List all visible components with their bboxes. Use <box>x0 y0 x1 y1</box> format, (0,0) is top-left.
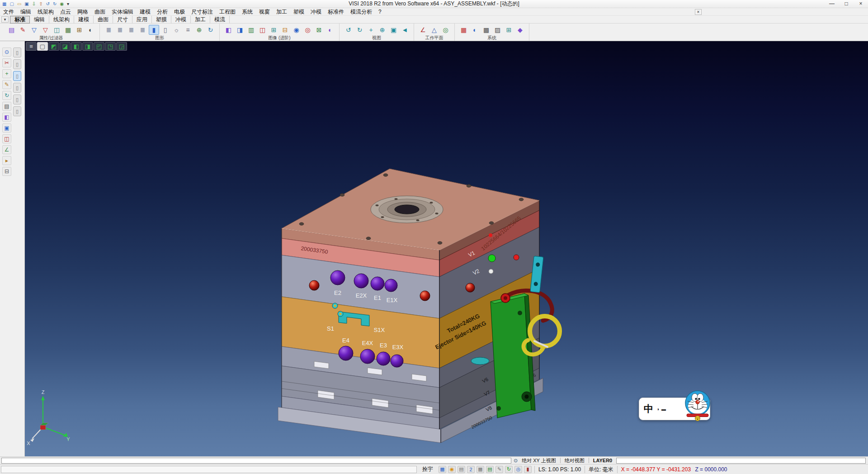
rotate-tool-icon[interactable]: ↻ <box>2 91 11 100</box>
toolbar-tab[interactable]: 线架构 <box>49 16 74 24</box>
menu-item[interactable]: 视窗 <box>256 8 273 16</box>
minimize-button[interactable]: — <box>825 0 839 8</box>
toolbar-tab[interactable]: 标准 <box>10 16 30 24</box>
system-color-table-icon[interactable]: ▦ <box>458 25 469 35</box>
menu-item[interactable]: 网格 <box>74 8 91 16</box>
layers-tool-icon[interactable]: ▤ <box>2 102 11 111</box>
menu-item[interactable]: 标准件 <box>325 8 347 16</box>
clipboard-slot-1-icon[interactable]: ▯ <box>13 47 21 57</box>
menu-item[interactable]: 实体编辑 <box>108 8 137 16</box>
menu-item[interactable]: 模流分析 <box>347 8 375 16</box>
attributes-icon[interactable]: ▤ <box>6 25 17 35</box>
import-icon[interactable]: ⇩ <box>31 1 37 7</box>
snap-mode-button[interactable]: 拴宇 <box>420 465 436 473</box>
filter-blue-icon[interactable]: ▽ <box>29 25 39 35</box>
viewport-plane-icon[interactable]: ▢ <box>37 42 48 51</box>
graphics-cylinder-2-icon[interactable]: ≣ <box>126 25 137 35</box>
redo-icon[interactable]: ↻ <box>52 1 57 7</box>
new-file-icon[interactable]: ▢ <box>9 1 14 7</box>
menu-item[interactable]: 塑模 <box>290 8 307 16</box>
workplane-origin-icon[interactable]: ◎ <box>440 25 451 35</box>
graphics-db-icon[interactable]: ≡ <box>183 25 193 35</box>
close-button[interactable]: × <box>854 0 868 8</box>
mirror-tool-icon[interactable]: ◫ <box>2 134 11 143</box>
toolbar-tab[interactable]: 应用 <box>132 16 152 24</box>
sketch-tool-icon[interactable]: ✎ <box>2 80 11 89</box>
clipboard-slot-6-icon[interactable]: ▯ <box>13 106 21 116</box>
view-cube-iso-icon[interactable]: ◰ <box>94 42 104 51</box>
viewport-3d[interactable]: ≡▢◩◪◧◨◰◳◲ <box>25 41 868 456</box>
status-doc-icon[interactable]: ▤ <box>458 466 465 473</box>
status-marker-icon[interactable]: ▮ <box>524 466 532 473</box>
graphics-cylinder-3-icon[interactable]: ≣ <box>137 25 148 35</box>
clipboard-slot-5-icon[interactable]: ▯ <box>13 95 21 104</box>
menu-item[interactable]: 文件 <box>0 8 17 16</box>
image-render-icon[interactable]: ◐ <box>325 25 335 35</box>
app-icon[interactable]: ▦ <box>1 1 7 7</box>
menu-item[interactable]: 点云 <box>57 8 74 16</box>
ime-mode-indicator[interactable]: 中 <box>644 403 653 415</box>
view-previous-icon[interactable]: ◄ <box>400 25 410 35</box>
quick-access-dropdown-icon[interactable]: ▾ <box>66 1 70 7</box>
toolbar-tab[interactable]: 模流 <box>210 16 230 24</box>
status-help-icon[interactable]: 2 <box>467 466 475 473</box>
status-recycle-icon[interactable]: ↻ <box>505 466 513 473</box>
workplane-align-icon[interactable]: △ <box>429 25 439 35</box>
export-icon[interactable]: ⇧ <box>38 1 43 7</box>
view-zoom-icon[interactable]: ⊕ <box>377 25 387 35</box>
flag-tool-icon[interactable]: ▸ <box>2 156 11 165</box>
view-cube-right-icon[interactable]: ◨ <box>82 42 93 51</box>
status-world-icon[interactable]: ◎ <box>514 466 522 473</box>
viewport-menu-icon[interactable]: ≡ <box>26 42 37 51</box>
view-rotate-icon[interactable]: ↻ <box>354 25 365 35</box>
tab-overflow-button[interactable]: ▾ <box>1 16 9 23</box>
menu-item[interactable]: 加工 <box>273 8 290 16</box>
menu-item[interactable]: 电极 <box>171 8 188 16</box>
menu-item[interactable]: 曲面 <box>91 8 108 16</box>
graphics-cylinder-icon[interactable]: ≣ <box>115 25 125 35</box>
layer-indicator[interactable]: LAYER0 <box>591 458 614 463</box>
image-transparency-icon[interactable]: ⊠ <box>314 25 324 35</box>
image-background-icon[interactable]: ◎ <box>302 25 313 35</box>
selection-filter-icon[interactable]: ◫ <box>52 25 62 35</box>
status-mascot-icon[interactable]: ◉ <box>448 466 456 473</box>
save-icon[interactable]: ▣ <box>24 1 29 7</box>
view-mode-label[interactable]: 绝对 XY 上视图 <box>520 457 558 464</box>
layer-filter-icon[interactable]: ▦ <box>63 25 73 35</box>
workplane-create-icon[interactable]: ∠ <box>418 25 428 35</box>
system-grid-icon[interactable]: ▩ <box>481 25 491 35</box>
undo-icon[interactable]: ↺ <box>45 1 51 7</box>
status-pen-icon[interactable]: ✎ <box>495 466 503 473</box>
graphics-active-layer-icon[interactable]: ▮ <box>149 25 159 35</box>
move-tool-icon[interactable]: + <box>2 69 11 78</box>
visibility-filter-icon[interactable]: ◐ <box>85 25 96 35</box>
open-file-icon[interactable]: ▭ <box>16 1 22 7</box>
status-sheet-icon[interactable]: ▤ <box>486 466 494 473</box>
view-cube-left-icon[interactable]: ◧ <box>71 42 82 51</box>
clipboard-slot-2-icon[interactable]: ▯ <box>13 59 21 69</box>
image-shade-icon[interactable]: ◧ <box>223 25 234 35</box>
measure-tool-icon[interactable]: ∠ <box>2 145 11 154</box>
view-dynamic-icon[interactable]: ↺ <box>343 25 354 35</box>
graphics-list-icon[interactable]: ≣ <box>104 25 114 35</box>
graphics-doc-icon[interactable]: ▯ <box>160 25 170 35</box>
toolbar-tab[interactable]: 塑膜 <box>152 16 171 24</box>
graphics-refresh-icon[interactable]: ↻ <box>205 25 216 35</box>
system-calculator-icon[interactable]: ⊞ <box>504 25 514 35</box>
coordinate-input[interactable] <box>1 458 511 464</box>
view-pan-icon[interactable]: + <box>366 25 376 35</box>
status-table-icon[interactable]: ▦ <box>476 466 484 473</box>
surface-tool-icon[interactable]: ◧ <box>2 113 11 122</box>
view-fit-icon[interactable]: ▣ <box>388 25 399 35</box>
print-tool-icon[interactable]: ⊟ <box>2 167 11 176</box>
image-wireframe-icon[interactable]: ◨ <box>235 25 245 35</box>
document-close-button[interactable]: × <box>695 9 702 15</box>
toolbar-tab[interactable]: 加工 <box>191 16 210 24</box>
search-icon[interactable]: ⊙ <box>514 458 518 464</box>
toolbar-tab[interactable]: 编辑 <box>30 16 49 24</box>
menu-item[interactable]: 工程图 <box>216 8 239 16</box>
menu-item[interactable]: 建模 <box>137 8 154 16</box>
ime-moon-icon[interactable]: ◑ <box>656 407 659 412</box>
view-cube-front-icon[interactable]: ◪ <box>60 42 71 51</box>
view-cube-iso3-icon[interactable]: ◲ <box>116 42 127 51</box>
